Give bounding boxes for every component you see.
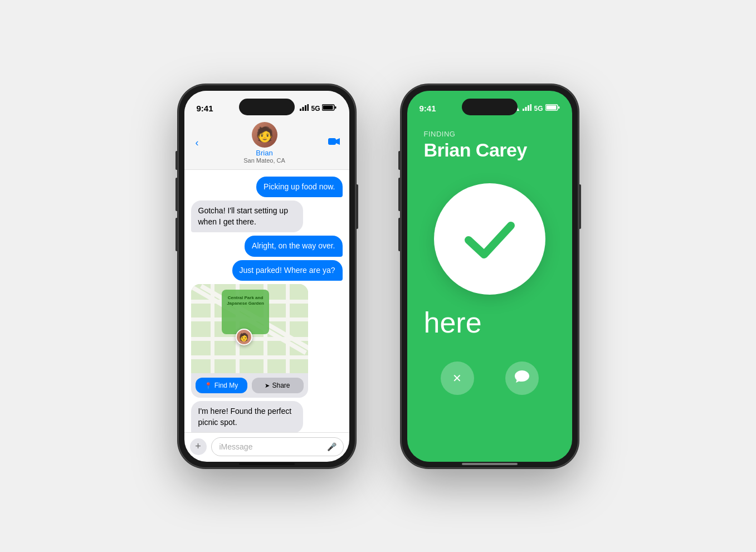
contact-name: Brian [256, 149, 272, 157]
svg-rect-0 [300, 109, 301, 111]
signal-bars-icon [300, 104, 309, 113]
video-call-button[interactable] [328, 137, 340, 149]
findmy-5g-label: 5G [534, 105, 543, 113]
message-bubble-5: I'm here! Found the perfect picnic spot. [191, 401, 303, 432]
location-map-bubble[interactable]: Central Park andJapanese Garden 🧑 📍 Find… [191, 284, 308, 398]
findmy-header: FINDING Brian Carey [407, 119, 572, 167]
findmy-status-time: 9:41 [420, 104, 436, 113]
home-indicator-white [462, 463, 518, 465]
svg-rect-5 [323, 106, 333, 110]
messages-header: ‹ 🧑 Brian San Mateo, CA [184, 119, 349, 170]
svg-rect-10 [525, 107, 527, 111]
findmy-phone: 9:41 ▲ 5G FINDING Brian Carey [401, 84, 579, 468]
message-button[interactable] [505, 362, 539, 395]
message-bubble-1: Picking up food now. [256, 177, 342, 198]
findmy-battery-icon [545, 104, 560, 113]
svg-rect-9 [523, 109, 524, 111]
finding-name: Brian Carey [424, 139, 555, 161]
findmy-signal-bars-icon [523, 104, 531, 113]
message-input-bar: + iMessage 🎤 [184, 432, 349, 462]
dynamic-island-left [239, 99, 295, 115]
message-bubble-3: Alright, on the way over. [245, 236, 342, 257]
messages-screen: 9:41 5G ‹ 🧑 Brian San M [184, 91, 349, 462]
share-icon: ➤ [265, 382, 270, 389]
plus-icon: + [195, 441, 201, 452]
findmy-status-icons: ▲ 5G [515, 104, 560, 113]
svg-rect-6 [335, 106, 336, 109]
5g-label: 5G [311, 105, 320, 113]
svg-rect-11 [528, 105, 529, 111]
svg-rect-14 [546, 106, 556, 110]
svg-rect-2 [305, 105, 306, 111]
status-icons: 5G [300, 104, 336, 113]
message-icon [515, 370, 529, 386]
here-text: here [407, 306, 572, 339]
mic-icon: 🎤 [327, 442, 336, 451]
battery-icon [322, 104, 336, 113]
add-attachment-button[interactable]: + [190, 438, 207, 455]
map-image: Central Park andJapanese Garden 🧑 [191, 284, 308, 373]
message-bubble-4: Just parked! Where are ya? [232, 260, 343, 281]
svg-rect-15 [558, 106, 560, 109]
imessage-input-wrapper[interactable]: iMessage 🎤 [211, 437, 344, 456]
find-my-icon: 📍 [204, 382, 212, 389]
home-indicator [239, 463, 295, 465]
status-time: 9:41 [197, 104, 213, 113]
map-actions: 📍 Find My ➤ Share [191, 373, 308, 398]
finding-label: FINDING [424, 130, 555, 138]
contact-info[interactable]: 🧑 Brian San Mateo, CA [243, 122, 285, 164]
svg-rect-12 [530, 104, 532, 111]
share-button[interactable]: ➤ Share [252, 378, 304, 393]
svg-rect-1 [303, 107, 304, 111]
found-checkmark [434, 183, 545, 295]
svg-rect-3 [308, 104, 309, 111]
message-list: Picking up food now. Gotcha! I'll start … [184, 170, 349, 432]
close-icon: ✕ [452, 372, 462, 385]
imessage-placeholder: iMessage [220, 442, 253, 451]
message-bubble-2: Gotcha! I'll start setting up when I get… [191, 201, 303, 232]
dynamic-island-right [462, 99, 518, 115]
back-button[interactable]: ‹ [193, 135, 201, 151]
findmy-actions: ✕ [407, 339, 572, 412]
contact-location: San Mateo, CA [243, 157, 285, 164]
findmy-screen: 9:41 ▲ 5G FINDING Brian Carey [407, 91, 572, 462]
find-my-button[interactable]: 📍 Find My [196, 378, 247, 393]
svg-rect-7 [328, 138, 336, 145]
close-button[interactable]: ✕ [441, 362, 474, 395]
messages-phone: 9:41 5G ‹ 🧑 Brian San M [178, 84, 356, 468]
contact-avatar: 🧑 [252, 122, 277, 148]
svg-marker-8 [336, 138, 340, 145]
